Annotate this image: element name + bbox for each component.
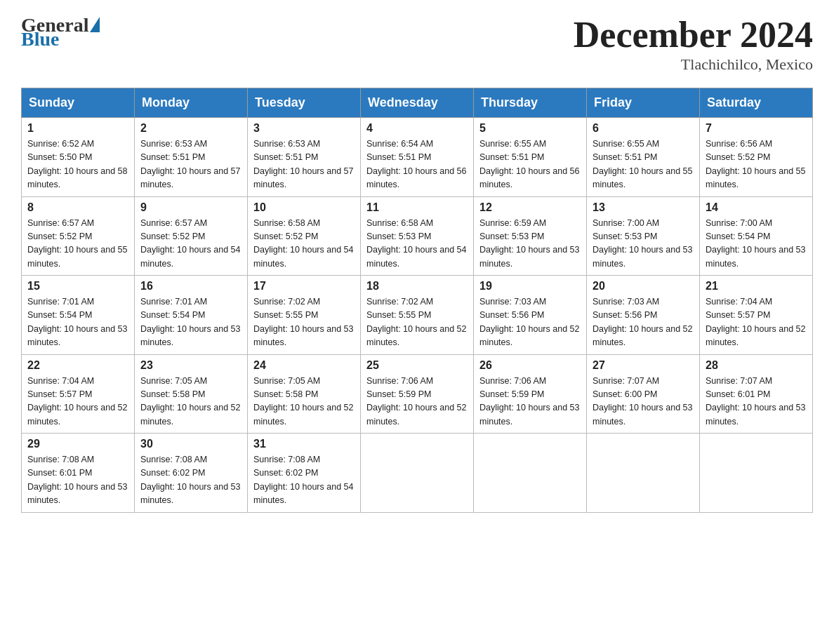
day-number: 22 — [27, 359, 128, 372]
day-info: Sunrise: 6:53 AMSunset: 5:51 PMDaylight:… — [140, 137, 241, 192]
calendar-day-cell: 6 Sunrise: 6:55 AMSunset: 5:51 PMDayligh… — [587, 118, 700, 197]
header-sunday: Sunday — [22, 88, 135, 118]
calendar-day-cell: 5 Sunrise: 6:55 AMSunset: 5:51 PMDayligh… — [474, 118, 587, 197]
day-info: Sunrise: 7:04 AMSunset: 5:57 PMDaylight:… — [706, 295, 807, 350]
day-info: Sunrise: 7:03 AMSunset: 5:56 PMDaylight:… — [593, 295, 694, 350]
day-number: 7 — [706, 122, 807, 135]
day-info: Sunrise: 7:05 AMSunset: 5:58 PMDaylight:… — [253, 375, 355, 429]
calendar-day-cell: 9 Sunrise: 6:57 AMSunset: 5:52 PMDayligh… — [135, 196, 248, 276]
day-info: Sunrise: 7:06 AMSunset: 5:59 PMDaylight:… — [366, 375, 468, 429]
logo: General Blue — [21, 14, 100, 51]
header-friday: Friday — [587, 88, 700, 118]
day-number: 16 — [140, 280, 241, 293]
day-number: 26 — [479, 359, 581, 372]
week-row-1: 1 Sunrise: 6:52 AMSunset: 5:50 PMDayligh… — [22, 118, 813, 197]
day-number: 4 — [366, 122, 468, 135]
day-number: 19 — [479, 280, 581, 293]
calendar-day-cell: 1 Sunrise: 6:52 AMSunset: 5:50 PMDayligh… — [22, 118, 135, 197]
calendar-day-cell: 11 Sunrise: 6:58 AMSunset: 5:53 PMDaylig… — [361, 196, 474, 276]
day-number: 21 — [706, 280, 807, 293]
calendar-day-cell: 30 Sunrise: 7:08 AMSunset: 6:02 PMDaylig… — [135, 434, 248, 513]
header-wednesday: Wednesday — [361, 88, 474, 118]
calendar-day-cell: 28 Sunrise: 7:07 AMSunset: 6:01 PMDaylig… — [700, 354, 813, 434]
day-info: Sunrise: 7:08 AMSunset: 6:01 PMDaylight:… — [27, 453, 128, 508]
calendar-table: Sunday Monday Tuesday Wednesday Thursday… — [21, 88, 813, 513]
day-number: 11 — [366, 201, 468, 214]
calendar-day-cell: 24 Sunrise: 7:05 AMSunset: 5:58 PMDaylig… — [248, 354, 361, 434]
day-info: Sunrise: 7:02 AMSunset: 5:55 PMDaylight:… — [366, 295, 468, 350]
day-info: Sunrise: 6:58 AMSunset: 5:53 PMDaylight:… — [366, 217, 468, 271]
day-number: 5 — [479, 122, 581, 135]
day-info: Sunrise: 6:56 AMSunset: 5:52 PMDaylight:… — [706, 137, 807, 192]
calendar-day-cell — [700, 434, 813, 513]
calendar-day-cell: 15 Sunrise: 7:01 AMSunset: 5:54 PMDaylig… — [22, 276, 135, 355]
calendar-day-cell: 21 Sunrise: 7:04 AMSunset: 5:57 PMDaylig… — [700, 276, 813, 355]
day-info: Sunrise: 7:02 AMSunset: 5:55 PMDaylight:… — [253, 295, 355, 350]
day-info: Sunrise: 6:52 AMSunset: 5:50 PMDaylight:… — [27, 137, 128, 192]
calendar-day-cell: 13 Sunrise: 7:00 AMSunset: 5:53 PMDaylig… — [587, 196, 700, 276]
day-info: Sunrise: 7:00 AMSunset: 5:54 PMDaylight:… — [706, 217, 807, 271]
calendar-day-cell — [361, 434, 474, 513]
calendar-day-cell — [474, 434, 587, 513]
day-number: 13 — [593, 201, 694, 214]
day-number: 15 — [27, 280, 128, 293]
day-number: 3 — [253, 122, 355, 135]
calendar-day-cell: 27 Sunrise: 7:07 AMSunset: 6:00 PMDaylig… — [587, 354, 700, 434]
month-title: December 2024 — [574, 14, 813, 55]
calendar-day-cell: 14 Sunrise: 7:00 AMSunset: 5:54 PMDaylig… — [700, 196, 813, 276]
day-number: 25 — [366, 359, 468, 372]
day-info: Sunrise: 7:06 AMSunset: 5:59 PMDaylight:… — [479, 375, 581, 429]
day-number: 28 — [706, 359, 807, 372]
day-info: Sunrise: 7:05 AMSunset: 5:58 PMDaylight:… — [140, 375, 241, 429]
day-number: 17 — [253, 280, 355, 293]
calendar-day-cell: 8 Sunrise: 6:57 AMSunset: 5:52 PMDayligh… — [22, 196, 135, 276]
day-info: Sunrise: 7:08 AMSunset: 6:02 PMDaylight:… — [140, 453, 241, 508]
day-info: Sunrise: 6:57 AMSunset: 5:52 PMDaylight:… — [140, 217, 241, 271]
day-number: 20 — [593, 280, 694, 293]
calendar-day-cell: 26 Sunrise: 7:06 AMSunset: 5:59 PMDaylig… — [474, 354, 587, 434]
calendar-day-cell: 2 Sunrise: 6:53 AMSunset: 5:51 PMDayligh… — [135, 118, 248, 197]
calendar-day-cell: 16 Sunrise: 7:01 AMSunset: 5:54 PMDaylig… — [135, 276, 248, 355]
day-number: 14 — [706, 201, 807, 214]
day-info: Sunrise: 7:00 AMSunset: 5:53 PMDaylight:… — [593, 217, 694, 271]
calendar-day-cell: 17 Sunrise: 7:02 AMSunset: 5:55 PMDaylig… — [248, 276, 361, 355]
day-info: Sunrise: 6:55 AMSunset: 5:51 PMDaylight:… — [593, 137, 694, 192]
week-row-3: 15 Sunrise: 7:01 AMSunset: 5:54 PMDaylig… — [22, 276, 813, 355]
day-info: Sunrise: 7:01 AMSunset: 5:54 PMDaylight:… — [140, 295, 241, 350]
day-info: Sunrise: 6:54 AMSunset: 5:51 PMDaylight:… — [366, 137, 468, 192]
day-info: Sunrise: 7:08 AMSunset: 6:02 PMDaylight:… — [253, 453, 355, 508]
day-number: 1 — [27, 122, 128, 135]
page-header: General Blue December 2024 Tlachichilco,… — [21, 14, 813, 74]
header-thursday: Thursday — [474, 88, 587, 118]
calendar-day-cell: 18 Sunrise: 7:02 AMSunset: 5:55 PMDaylig… — [361, 276, 474, 355]
header-saturday: Saturday — [700, 88, 813, 118]
day-info: Sunrise: 7:07 AMSunset: 6:00 PMDaylight:… — [593, 375, 694, 429]
day-number: 24 — [253, 359, 355, 372]
header-tuesday: Tuesday — [248, 88, 361, 118]
week-row-4: 22 Sunrise: 7:04 AMSunset: 5:57 PMDaylig… — [22, 354, 813, 434]
day-info: Sunrise: 6:53 AMSunset: 5:51 PMDaylight:… — [253, 137, 355, 192]
logo-triangle-icon — [90, 17, 100, 32]
day-number: 12 — [479, 201, 581, 214]
calendar-day-cell: 31 Sunrise: 7:08 AMSunset: 6:02 PMDaylig… — [248, 434, 361, 513]
title-section: December 2024 Tlachichilco, Mexico — [574, 14, 813, 74]
calendar-day-cell: 12 Sunrise: 6:59 AMSunset: 5:53 PMDaylig… — [474, 196, 587, 276]
logo-blue-text: Blue — [21, 28, 59, 51]
day-info: Sunrise: 7:03 AMSunset: 5:56 PMDaylight:… — [479, 295, 581, 350]
day-number: 31 — [253, 438, 355, 450]
day-info: Sunrise: 7:07 AMSunset: 6:01 PMDaylight:… — [706, 375, 807, 429]
calendar-day-cell: 22 Sunrise: 7:04 AMSunset: 5:57 PMDaylig… — [22, 354, 135, 434]
day-info: Sunrise: 6:55 AMSunset: 5:51 PMDaylight:… — [479, 137, 581, 192]
calendar-day-cell: 10 Sunrise: 6:58 AMSunset: 5:52 PMDaylig… — [248, 196, 361, 276]
day-info: Sunrise: 6:57 AMSunset: 5:52 PMDaylight:… — [27, 217, 128, 271]
day-info: Sunrise: 6:59 AMSunset: 5:53 PMDaylight:… — [479, 217, 581, 271]
calendar-day-cell: 7 Sunrise: 6:56 AMSunset: 5:52 PMDayligh… — [700, 118, 813, 197]
calendar-day-cell: 20 Sunrise: 7:03 AMSunset: 5:56 PMDaylig… — [587, 276, 700, 355]
calendar-day-cell: 25 Sunrise: 7:06 AMSunset: 5:59 PMDaylig… — [361, 354, 474, 434]
weekday-header-row: Sunday Monday Tuesday Wednesday Thursday… — [22, 88, 813, 118]
day-number: 29 — [27, 438, 128, 450]
day-info: Sunrise: 6:58 AMSunset: 5:52 PMDaylight:… — [253, 217, 355, 271]
calendar-day-cell: 29 Sunrise: 7:08 AMSunset: 6:01 PMDaylig… — [22, 434, 135, 513]
day-number: 6 — [593, 122, 694, 135]
calendar-day-cell: 4 Sunrise: 6:54 AMSunset: 5:51 PMDayligh… — [361, 118, 474, 197]
